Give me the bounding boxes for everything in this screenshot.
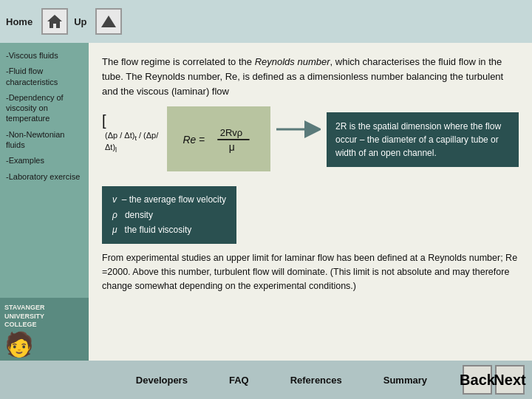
velocity-line1: v – the average flow velocity (112, 192, 226, 207)
up-icon (100, 13, 117, 30)
logo-figure-icon: 🧑 (4, 332, 84, 356)
sidebar-item-fluid-flow[interactable]: -Fluid flow characteristics (4, 64, 84, 89)
svg-marker-1 (101, 16, 116, 27)
velocity-box: v – the average flow velocity ρ density … (102, 186, 236, 243)
home-icon (46, 13, 64, 30)
info-2r-box: 2R is the spatial dimension where the fl… (327, 112, 519, 167)
back-next-group: Back Next (463, 365, 525, 395)
arrow-icon (276, 118, 321, 140)
summary-button[interactable]: Summary (378, 372, 433, 389)
sidebar-item-dependency[interactable]: -Dependency of viscosity on temperature (4, 91, 84, 126)
svg-text:Re =: Re = (183, 134, 205, 146)
intro-text: The flow regime is correlated to the Rey… (102, 55, 519, 99)
faq-button[interactable]: FAQ (223, 372, 255, 389)
main-area: -Viscous fluids -Fluid flow characterist… (0, 43, 532, 361)
developers-button[interactable]: Developers (130, 372, 194, 389)
svg-text:2Rvρ: 2Rvρ (220, 127, 243, 138)
sidebar-item-non-newtonian[interactable]: -Non-Newtonian fluids (4, 128, 84, 152)
up-label: Up (74, 16, 86, 27)
sidebar-logo: STAVANGER UNIVERSITY COLLEGE 🧑 (0, 298, 89, 361)
home-label: Home (6, 16, 33, 27)
footer-nav: Developers FAQ References Summary (130, 372, 433, 389)
back-button[interactable]: Back (463, 365, 492, 395)
sidebar-item-laboratory[interactable]: -Laboratory exercise (4, 170, 84, 183)
next-button[interactable]: Next (495, 365, 525, 395)
bracket-text: [ (102, 112, 106, 129)
velocity-line2: ρ density (112, 208, 226, 222)
arrow-container (276, 118, 321, 140)
references-button[interactable]: References (284, 372, 348, 389)
sidebar-nav: -Viscous fluids -Fluid flow characterist… (0, 43, 89, 298)
home-button[interactable] (41, 8, 68, 35)
reynolds-formula: Re = 2Rvρ μ (180, 117, 257, 161)
top-bar: Home Up (0, 0, 532, 43)
formula-box: Re = 2Rvρ μ (167, 106, 270, 171)
logo-text: STAVANGER UNIVERSITY COLLEGE (4, 304, 84, 330)
sidebar: -Viscous fluids -Fluid flow characterist… (0, 43, 89, 361)
svg-text:μ: μ (229, 142, 235, 154)
bracket-expr-text: (Δp / Δt)t / (Δp/Δt)l (105, 131, 161, 153)
sidebar-item-examples[interactable]: -Examples (4, 154, 84, 167)
velocity-line3: μ the fluid viscosity (112, 222, 226, 237)
bottom-paragraph: From experimental studies an upper limit… (102, 251, 519, 294)
svg-marker-0 (47, 15, 62, 28)
sidebar-item-viscous[interactable]: -Viscous fluids (4, 49, 84, 62)
up-button[interactable] (95, 8, 122, 35)
content-panel: The flow regime is correlated to the Rey… (89, 43, 532, 361)
bottom-bar: Developers FAQ References Summary Back N… (0, 361, 532, 399)
